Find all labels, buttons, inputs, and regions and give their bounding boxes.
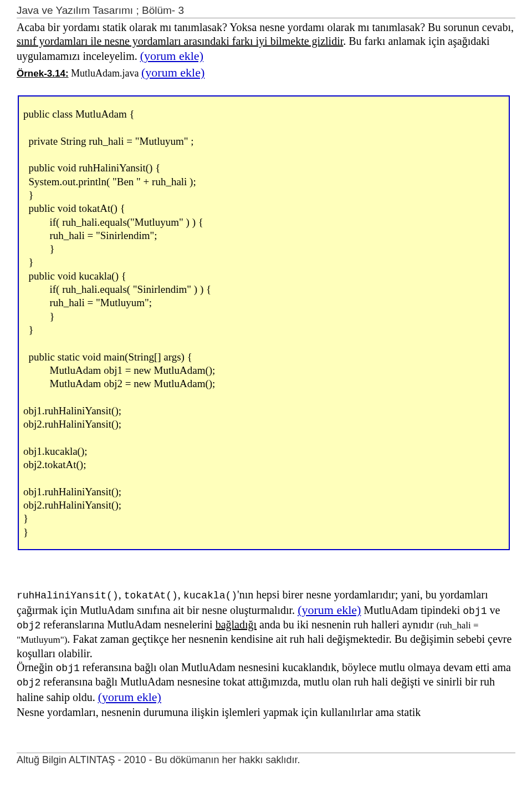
code-inline: obj2 xyxy=(17,677,40,688)
text: referansına bağlı MutluAdam nesnesine to… xyxy=(17,676,495,703)
body-paragraph-2: Örneğin obj1 referansına bağlı olan Mutl… xyxy=(17,661,515,705)
body-paragraph-1: ruhHaliniYansit(), tokatAt(), kucakla()'… xyxy=(17,588,515,661)
comment-link[interactable]: (yorum ekle) xyxy=(98,690,161,704)
text: referanslarına MutluAdam nesnelerini xyxy=(40,618,215,631)
comment-link[interactable]: (yorum ekle) xyxy=(140,49,203,63)
example-file: MutluAdam.java xyxy=(69,68,141,79)
text: Nesne yordamları, nesnenin durumuna iliş… xyxy=(17,706,421,718)
underlined-text: bağladığı xyxy=(216,618,257,631)
code-inline: kucakla() xyxy=(183,590,237,601)
code-inline: obj1 xyxy=(56,663,80,674)
code-inline: ruhHaliniYansit() xyxy=(17,590,119,601)
text: Örneğin xyxy=(17,661,56,673)
spacer xyxy=(17,566,515,588)
code-inline: tokatAt() xyxy=(124,590,178,601)
text: anda bu iki nesnenin ruh halleri aynıdır xyxy=(257,618,436,631)
intro-paragraph: Acaba bir yordamı statik olarak mı tanım… xyxy=(17,21,515,64)
body-paragraph-3: Nesne yordamları, nesnenin durumuna iliş… xyxy=(17,705,515,720)
text: referansına bağlı olan MutluAdam nesnesi… xyxy=(80,661,511,673)
code-inline: obj2 xyxy=(17,620,40,631)
text: MutluAdam tipindeki xyxy=(361,604,463,616)
intro-text-a: Acaba bir yordamı statik olarak mı tanım… xyxy=(17,21,514,33)
intro-underlined: sınıf yordamları ile nesne yordamları ar… xyxy=(17,35,343,47)
text: , xyxy=(178,588,183,601)
code-block: public class MutluAdam { private String … xyxy=(18,95,510,550)
text: ve xyxy=(487,604,500,616)
code-inline: obj1 xyxy=(463,606,487,617)
example-line: Örnek-3.14: MutluAdam.java (yorum ekle) xyxy=(17,65,515,80)
footer: Altuğ Bilgin ALTINTAŞ - 2010 - Bu döküma… xyxy=(17,753,515,766)
text: , xyxy=(119,588,124,601)
example-label: Örnek-3.14: xyxy=(17,68,69,79)
text: . Fakat zaman geçtikçe her nesnenin kend… xyxy=(17,633,511,659)
page: Java ve Yazılım Tasarımı ; Bölüm- 3 Acab… xyxy=(0,0,532,783)
comment-link[interactable]: (yorum ekle) xyxy=(298,603,361,617)
header-title: Java ve Yazılım Tasarımı ; Bölüm- 3 xyxy=(17,4,515,18)
comment-link[interactable]: (yorum ekle) xyxy=(141,65,204,79)
